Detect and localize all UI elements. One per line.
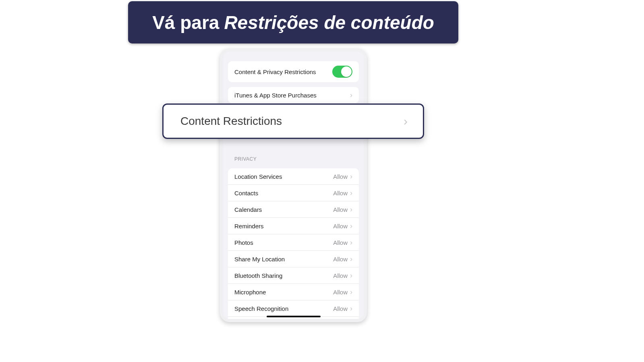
toggle-switch-on[interactable] <box>332 66 352 78</box>
content-restrictions-callout[interactable]: Content Restrictions › <box>162 103 424 139</box>
share-my-location-row[interactable]: Share My Location Allow › <box>228 251 359 267</box>
apple-advertising-row[interactable]: Apple Advertising Allow › <box>228 317 359 322</box>
chevron-right-icon: › <box>350 288 352 296</box>
phone-frame: Content & Privacy Restrictions iTunes & … <box>220 48 367 322</box>
bluetooth-sharing-row[interactable]: Bluetooth Sharing Allow › <box>228 267 359 284</box>
row-value: Allow <box>333 305 348 312</box>
row-value: Allow <box>333 322 348 323</box>
row-label: Photos <box>234 239 333 246</box>
main-toggle-section: Content & Privacy Restrictions <box>228 61 359 82</box>
speech-recognition-row[interactable]: Speech Recognition Allow › <box>228 300 359 317</box>
chevron-right-icon: › <box>350 255 352 263</box>
row-value: Allow <box>333 256 348 263</box>
row-label: Speech Recognition <box>234 305 333 312</box>
row-label: Calendars <box>234 206 333 213</box>
row-label: Microphone <box>234 289 333 296</box>
chevron-right-icon: › <box>350 305 352 312</box>
home-indicator <box>267 316 321 317</box>
row-label: iTunes & App Store Purchases <box>234 92 350 99</box>
privacy-section-header: PRIVACY <box>223 154 364 163</box>
purchases-section: iTunes & App Store Purchases › <box>228 87 359 103</box>
row-label: Bluetooth Sharing <box>234 272 333 279</box>
row-value: Allow <box>333 206 348 213</box>
row-value: Allow <box>333 289 348 296</box>
instruction-banner: Vá para Restrições de conteúdo <box>128 1 458 43</box>
row-value: Allow <box>333 239 348 246</box>
itunes-appstore-row[interactable]: iTunes & App Store Purchases › <box>228 87 359 103</box>
chevron-right-icon: › <box>404 114 408 128</box>
chevron-right-icon: › <box>350 189 352 197</box>
photos-row[interactable]: Photos Allow › <box>228 234 359 251</box>
location-services-row[interactable]: Location Services Allow › <box>228 168 359 185</box>
privacy-section: Location Services Allow › Contacts Allow… <box>228 168 359 322</box>
chevron-right-icon: › <box>350 272 352 279</box>
row-label: Apple Advertising <box>234 322 333 323</box>
toggle-label: Content & Privacy Restrictions <box>234 68 332 75</box>
banner-prefix: Vá para <box>152 12 219 33</box>
microphone-row[interactable]: Microphone Allow › <box>228 284 359 300</box>
row-value: Allow <box>333 223 348 230</box>
chevron-right-icon: › <box>350 321 352 322</box>
callout-label: Content Restrictions <box>180 115 282 128</box>
row-value: Allow <box>333 190 348 197</box>
reminders-row[interactable]: Reminders Allow › <box>228 218 359 234</box>
chevron-right-icon: › <box>350 206 352 213</box>
chevron-right-icon: › <box>350 173 352 180</box>
calendars-row[interactable]: Calendars Allow › <box>228 201 359 218</box>
row-value: Allow <box>333 272 348 279</box>
chevron-right-icon: › <box>350 222 352 230</box>
content-privacy-restrictions-row[interactable]: Content & Privacy Restrictions <box>228 61 359 82</box>
row-label: Reminders <box>234 223 333 230</box>
chevron-right-icon: › <box>350 239 352 246</box>
contacts-row[interactable]: Contacts Allow › <box>228 185 359 201</box>
chevron-right-icon: › <box>350 91 352 99</box>
row-label: Contacts <box>234 190 333 197</box>
banner-emphasis: Restrições de conteúdo <box>224 12 434 33</box>
row-label: Location Services <box>234 173 333 180</box>
row-label: Share My Location <box>234 256 333 263</box>
row-value: Allow <box>333 173 348 180</box>
